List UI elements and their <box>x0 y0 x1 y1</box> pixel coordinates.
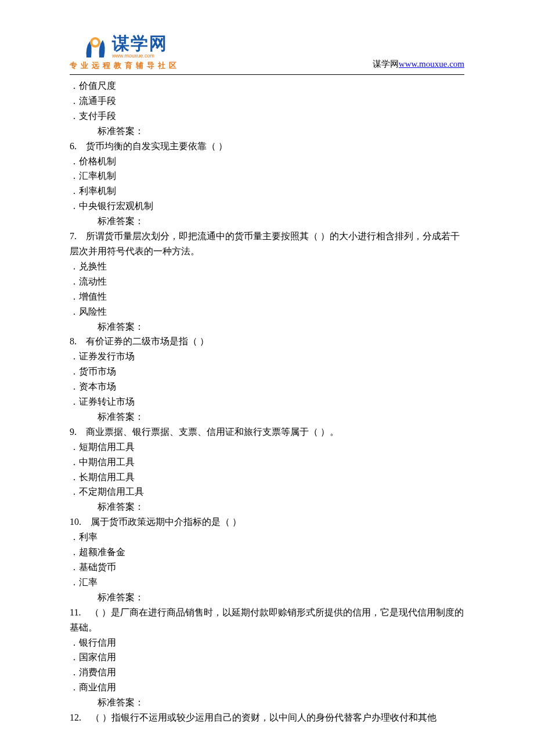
option-line: ．中央银行宏观机制 <box>70 199 464 214</box>
option-line: ．利率机制 <box>70 183 464 199</box>
option-line: ．商业信用 <box>70 680 464 695</box>
option-line: ．资本市场 <box>70 379 464 394</box>
option-line: ．证券转让市场 <box>70 394 464 409</box>
logo-name: 谋学网 <box>112 35 168 52</box>
question-line: 9. 商业票据、银行票据、支票、信用证和旅行支票等属于（ ）。 <box>70 424 464 440</box>
logo-text: 谋学网 www.mouxue.com <box>112 35 168 59</box>
header-rule <box>70 74 464 75</box>
answer-line: 标准答案： <box>70 214 464 229</box>
option-line: ．风险性 <box>70 304 464 319</box>
option-line: ．支付手段 <box>70 109 464 124</box>
option-line: ．增值性 <box>70 289 464 304</box>
option-line: ．汇率机制 <box>70 168 464 183</box>
option-line: ．不定期信用工具 <box>70 484 464 499</box>
site-logo: 谋学网 www.mouxue.com 专业远程教育辅导社区 <box>70 35 180 71</box>
logo-tagline: 专业远程教育辅导社区 <box>70 61 180 71</box>
question-line: 12. （ ）指银行不运用或较少运用自己的资财，以中间人的身份代替客户办理收付和… <box>70 710 464 725</box>
option-line: ．价格机制 <box>70 154 464 169</box>
answer-line: 标准答案： <box>70 319 464 334</box>
option-line: ．消费信用 <box>70 665 464 680</box>
answer-line: 标准答案： <box>70 409 464 424</box>
answer-line: 标准答案： <box>70 124 464 139</box>
header-link[interactable]: www.mouxue.com <box>399 59 464 69</box>
question-line: 7. 所谓货币量层次划分，即把流通中的货币量主要按照其（ ）的大小进行相含排列，… <box>70 229 464 259</box>
question-line: 10. 属于货币政策远期中介指标的是（ ） <box>70 514 464 530</box>
logo-icon <box>82 35 109 59</box>
question-line: 8. 有价证券的二级市场是指（ ） <box>70 334 464 349</box>
option-line: ．流动性 <box>70 274 464 289</box>
option-line: ．价值尺度 <box>70 78 464 93</box>
answer-line: 标准答案： <box>70 695 464 710</box>
option-line: ．基础货币 <box>70 560 464 575</box>
question-line: 11. （ ）是厂商在进行商品销售时，以延期付款即赊销形式所提供的信用，它是现代… <box>70 605 464 635</box>
option-line: ．流通手段 <box>70 93 464 109</box>
option-line: ．汇率 <box>70 575 464 590</box>
document-body: ．价值尺度．流通手段．支付手段标准答案：6. 货币均衡的自发实现主要依靠（ ）．… <box>70 78 464 725</box>
page-header: 谋学网 www.mouxue.com 专业远程教育辅导社区 谋学网www.mou… <box>70 35 464 71</box>
option-line: ．长期信用工具 <box>70 470 464 485</box>
answer-line: 标准答案： <box>70 590 464 605</box>
question-line: 6. 货币均衡的自发实现主要依靠（ ） <box>70 139 464 154</box>
logo-url: www.mouxue.com <box>112 53 168 59</box>
logo-row: 谋学网 www.mouxue.com <box>82 35 168 59</box>
option-line: ．兑换性 <box>70 259 464 274</box>
option-line: ．国家信用 <box>70 650 464 665</box>
option-line: ．证券发行市场 <box>70 349 464 364</box>
header-right-prefix: 谋学网 <box>373 59 399 69</box>
option-line: ．利率 <box>70 530 464 545</box>
answer-line: 标准答案： <box>70 499 464 514</box>
option-line: ．货币市场 <box>70 364 464 379</box>
option-line: ．银行信用 <box>70 635 464 650</box>
option-line: ．中期信用工具 <box>70 455 464 470</box>
page: 谋学网 www.mouxue.com 专业远程教育辅导社区 谋学网www.mou… <box>0 0 534 748</box>
header-right: 谋学网www.mouxue.com <box>373 59 464 71</box>
option-line: ．超额准备金 <box>70 545 464 560</box>
svg-point-1 <box>92 39 98 45</box>
option-line: ．短期信用工具 <box>70 440 464 455</box>
